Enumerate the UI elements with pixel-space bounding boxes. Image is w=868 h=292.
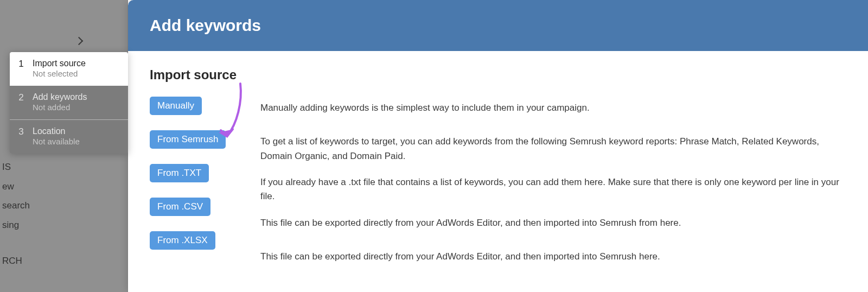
wizard-stepper: 1 Import source Not selected 2 Add keywo… [10, 52, 128, 154]
option-manually-button[interactable]: Manually [150, 97, 202, 115]
step-subtitle: Not selected [33, 69, 86, 78]
step-number: 1 [17, 59, 25, 69]
option-from-csv-description: This file can be exported directly from … [260, 216, 852, 230]
option-from-csv-button[interactable]: From .CSV [150, 198, 210, 216]
import-options-column: Manually From Semrush From .TXT From .CS… [150, 97, 231, 265]
step-number: 2 [17, 92, 25, 103]
option-from-txt-description: If you already have a .txt file that con… [260, 175, 852, 204]
modal-title: Add keywords [150, 16, 261, 35]
step-subtitle: Not available [33, 137, 80, 146]
import-descriptions-column: Manually adding keywords is the simplest… [260, 101, 852, 264]
step-1-import-source[interactable]: 1 Import source Not selected [10, 52, 128, 86]
section-title-import-source: Import source [150, 67, 237, 82]
option-manually-description: Manually adding keywords is the simplest… [260, 101, 852, 115]
modal-header: Add keywords [128, 0, 868, 51]
option-from-xlsx-description: This file can be exported directly from … [260, 250, 852, 264]
step-3-location[interactable]: 3 Location Not available [10, 120, 128, 154]
step-2-add-keywords[interactable]: 2 Add keywords Not added [10, 86, 128, 119]
step-number: 3 [17, 126, 25, 137]
step-title: Import source [33, 59, 86, 68]
option-from-semrush-description: To get a list of keywords to target, you… [260, 135, 852, 163]
option-from-xlsx-button[interactable]: From .XLSX [150, 231, 215, 250]
option-from-txt-button[interactable]: From .TXT [150, 164, 209, 182]
option-from-semrush-button[interactable]: From Semrush [150, 130, 226, 149]
step-subtitle: Not added [33, 103, 87, 112]
step-title: Location [33, 126, 80, 136]
add-keywords-modal: Add keywords Import source Manually From… [128, 0, 868, 292]
step-title: Add keywords [33, 92, 87, 102]
